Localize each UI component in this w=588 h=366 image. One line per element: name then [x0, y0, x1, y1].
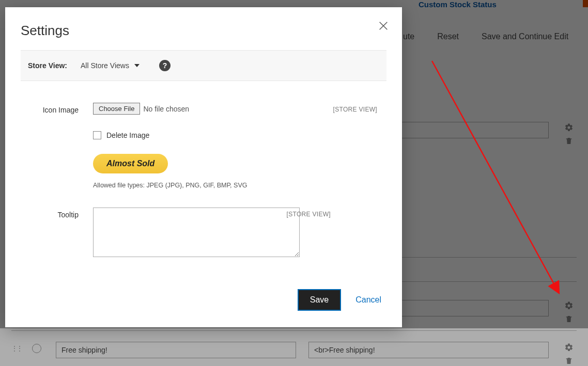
extension-title-link[interactable]: Custom Stock Status — [419, 0, 497, 9]
modal-footer: Save Cancel — [298, 289, 381, 311]
table-row — [11, 335, 577, 366]
scope-tag: [STORE VIEW] — [287, 211, 331, 218]
store-view-bar: Store View: All Store Views ? — [21, 50, 386, 81]
settings-modal: Settings Store View: All Store Views ? I… — [5, 7, 402, 327]
icon-image-label: Icon Image — [21, 103, 93, 189]
store-view-switcher[interactable]: All Store Views — [81, 61, 140, 70]
tooltip-row: Tooltip [STORE VIEW] — [21, 208, 386, 259]
help-icon[interactable]: ? — [159, 60, 171, 71]
option-input[interactable] — [308, 342, 549, 358]
file-name-display: No file chosen — [143, 105, 189, 113]
delete-image-checkbox[interactable] — [93, 131, 101, 139]
close-icon[interactable] — [376, 19, 391, 33]
drag-handle[interactable] — [11, 342, 20, 352]
gear-icon[interactable] — [564, 301, 574, 310]
scope-tag: [STORE VIEW] — [333, 106, 377, 113]
save-button[interactable]: Save — [298, 289, 341, 311]
tooltip-textarea[interactable] — [93, 208, 300, 257]
option-input[interactable] — [56, 342, 296, 358]
save-continue-button[interactable]: Save and Continue Edit — [482, 32, 568, 41]
page-actions: ute Reset Save and Continue Edit — [403, 32, 568, 41]
delete-image-label: Delete Image — [106, 131, 149, 139]
delete-attribute-button[interactable]: ute — [403, 32, 414, 41]
row-divider — [11, 330, 577, 331]
status-badge: Almost Sold — [93, 154, 168, 173]
trash-icon[interactable] — [565, 136, 573, 146]
gear-icon[interactable] — [564, 123, 574, 132]
gear-icon[interactable] — [564, 343, 574, 352]
trash-icon[interactable] — [565, 314, 573, 324]
default-radio[interactable] — [32, 342, 43, 353]
store-view-value: All Store Views — [81, 61, 129, 70]
modal-title: Settings — [21, 23, 386, 39]
file-chooser[interactable]: Choose File No file chosen — [93, 103, 189, 115]
brand-accent — [583, 0, 588, 7]
store-view-label: Store View: — [28, 61, 67, 70]
icon-image-row: Icon Image [STORE VIEW] Choose File No f… — [21, 103, 386, 189]
choose-file-button[interactable]: Choose File — [93, 103, 140, 115]
chevron-down-icon — [134, 64, 140, 67]
allowed-types-hint: Allowed file types: JPEG (JPG), PNG, GIF… — [93, 182, 386, 189]
cancel-button[interactable]: Cancel — [355, 295, 381, 305]
reset-button[interactable]: Reset — [437, 32, 459, 41]
trash-icon[interactable] — [565, 356, 573, 365]
tooltip-label: Tooltip — [21, 208, 93, 259]
